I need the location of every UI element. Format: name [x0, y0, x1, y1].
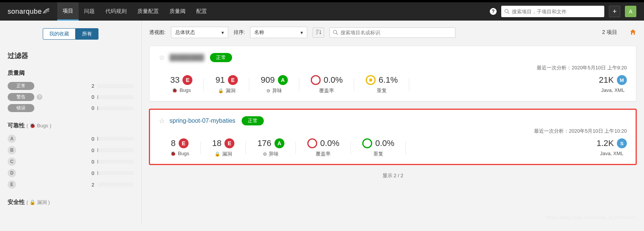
svg-line-3: [336, 33, 338, 35]
favorite-star-icon[interactable]: ☆: [159, 53, 165, 62]
count: 0: [83, 170, 94, 176]
size-badge-icon: S: [617, 138, 627, 148]
filter-ok[interactable]: 正常 2: [8, 82, 134, 90]
logo-part2: qube: [26, 8, 42, 15]
rating-row-a[interactable]: A0: [8, 135, 134, 143]
filter-reliability: 可靠性 ( 🐞 Bugs ) A0 B0 C0 D0 E2: [8, 122, 134, 189]
rating-row-e[interactable]: E2: [8, 180, 134, 189]
global-search-input[interactable]: [512, 9, 601, 14]
smell-icon: ⊖: [263, 151, 267, 157]
nav-profiles[interactable]: 质量配置: [132, 2, 164, 21]
perspective-label: 透视图:: [149, 29, 166, 36]
main: 我的收藏 所有 过滤器 质量阈 正常 2 警告 ? 0 错误 0: [0, 21, 644, 223]
label: 重复: [366, 87, 398, 94]
rating-icon: C: [8, 157, 16, 166]
project-name[interactable]: spring-boot-07-mybaties: [169, 117, 236, 124]
bug-icon: 🐞: [172, 88, 178, 93]
lock-icon: 🔒: [218, 88, 224, 93]
value: 21K: [599, 75, 614, 85]
nav-gates[interactable]: 质量阈: [164, 2, 191, 21]
global-search[interactable]: [501, 6, 604, 17]
label: Java, XML: [599, 87, 627, 93]
metric-coverage[interactable]: 0.0% 覆盖率: [296, 138, 351, 157]
bar: [97, 137, 134, 141]
card-header: ☆ spring-boot-07-mybaties 正常: [159, 116, 627, 125]
project-card: ☆ spring-boot-07-mybaties 正常 最近一次分析：2020…: [149, 109, 636, 165]
bar: [97, 84, 134, 88]
help-icon[interactable]: ?: [37, 94, 42, 100]
content: 透视图: 总体状态 ▾ 排序: 名称 ▾ 2 项目 ☆: [141, 21, 644, 223]
metric-duplication[interactable]: 0.0% 重复: [351, 138, 406, 157]
sort-direction-button[interactable]: [313, 27, 324, 38]
filter-title: 过滤器: [8, 51, 134, 60]
tab-favorites[interactable]: 我的收藏: [43, 28, 76, 40]
count: 0: [83, 94, 94, 100]
metric-bugs[interactable]: 8E 🐞Bugs: [159, 138, 201, 157]
dropdown-value: 总体状态: [175, 29, 195, 36]
label: 🐞Bugs: [170, 87, 192, 93]
metric-size[interactable]: 21KM Java, XML: [588, 75, 627, 94]
title-text: 安全性: [8, 199, 25, 205]
sort-icon: [315, 29, 321, 35]
metric-size[interactable]: 1.2KS Java, XML: [585, 138, 627, 157]
metric-vulnerabilities[interactable]: 91E 🔒漏洞: [204, 75, 249, 94]
value: 91: [215, 75, 224, 85]
rating-row-c[interactable]: C0: [8, 157, 134, 166]
bar: [97, 160, 134, 164]
sort-label: 排序:: [234, 29, 245, 36]
nav-rules[interactable]: 代码规则: [100, 2, 132, 21]
user-avatar[interactable]: A: [625, 6, 636, 17]
rating-icon: E: [179, 138, 189, 148]
quality-gate-title: 质量阈: [8, 69, 134, 77]
lock-icon: 🔒: [215, 151, 220, 157]
perspective-dropdown[interactable]: 总体状态 ▾: [171, 27, 228, 38]
duplication-circle-icon: [366, 75, 376, 85]
filter-quality-gate: 质量阈 正常 2 警告 ? 0 错误 0: [8, 69, 134, 112]
metric-smells[interactable]: 909A ⊖异味: [249, 75, 299, 94]
metric-bugs[interactable]: 33E 🐞Bugs: [159, 75, 204, 94]
label: 🔒漏洞: [212, 151, 234, 157]
value: 909: [261, 75, 275, 85]
create-button[interactable]: +: [609, 6, 620, 17]
count: 0: [83, 136, 94, 142]
metric-smells[interactable]: 176A ⊖异味: [246, 138, 296, 157]
rating-icon: A: [8, 135, 16, 143]
title-sub: ( 🐞 Bugs ): [26, 123, 51, 128]
last-analysis: 最近一次分析：2020年5月10日 上午9:20: [159, 64, 627, 71]
tab-all[interactable]: 所有: [76, 28, 98, 40]
search-icon: [504, 9, 510, 14]
sort-dropdown[interactable]: 名称 ▾: [250, 27, 307, 38]
footer-count: 显示 2 / 2: [149, 172, 636, 179]
count: 0: [83, 105, 94, 111]
rating-icon: E: [182, 75, 192, 85]
size-badge-icon: M: [617, 75, 627, 85]
filter-warn[interactable]: 警告 ? 0: [8, 93, 134, 101]
logo[interactable]: sonarqube: [8, 8, 50, 16]
project-count: 2 项目: [602, 29, 617, 36]
project-search[interactable]: [329, 27, 455, 38]
count: 0: [83, 148, 94, 153]
metric-duplication[interactable]: 6.1% 重复: [354, 75, 409, 94]
nav-issues[interactable]: 问题: [79, 2, 100, 21]
nav-admin[interactable]: 配置: [191, 2, 212, 21]
filter-error[interactable]: 错误 0: [8, 104, 134, 112]
project-card: ☆ ████████ 正常 最近一次分析：2020年5月10日 上午9:20 3…: [149, 46, 636, 101]
nav-projects[interactable]: 项目: [57, 2, 79, 21]
metric-vulnerabilities[interactable]: 18E 🔒漏洞: [201, 138, 246, 157]
project-name[interactable]: ████████: [169, 54, 204, 61]
fav-toggle: 我的收藏 所有: [8, 28, 134, 40]
title-text: 可靠性: [8, 122, 25, 128]
metric-coverage[interactable]: 0.0% 覆盖率: [299, 75, 354, 94]
rating-icon: E: [8, 180, 16, 189]
help-icon[interactable]: ?: [490, 8, 497, 15]
coverage-circle-icon: [307, 138, 317, 148]
favorite-star-icon[interactable]: ☆: [159, 117, 165, 125]
rating-row-b[interactable]: B0: [8, 146, 134, 154]
bug-icon: 🐞: [170, 151, 176, 156]
rating-row-d[interactable]: D0: [8, 169, 134, 177]
rating-icon: A: [278, 75, 288, 85]
logo-part1: sonar: [8, 8, 26, 15]
home-icon[interactable]: [629, 29, 636, 37]
project-search-input[interactable]: [341, 30, 452, 35]
nav-right: ? + A: [490, 6, 636, 17]
